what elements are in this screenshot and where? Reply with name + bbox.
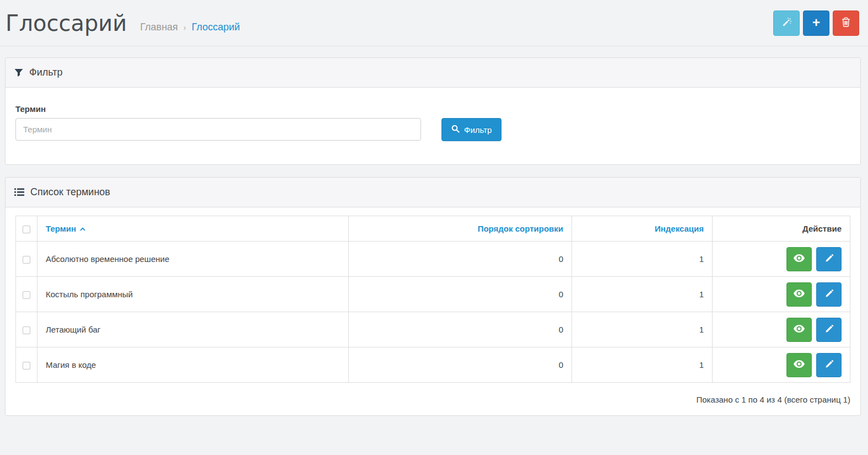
- pencil-icon: [825, 254, 833, 264]
- search-icon: [451, 125, 460, 135]
- content-container: Фильтр Термин Фильтр: [0, 46, 868, 416]
- term-cell: Магия в коде: [37, 347, 349, 383]
- pencil-icon: [825, 360, 833, 370]
- filter-panel: Фильтр Термин Фильтр: [5, 57, 861, 165]
- indexation-cell: 1: [572, 277, 713, 312]
- row-checkbox[interactable]: [23, 291, 30, 299]
- term-cell: Абсолютно временное решение: [37, 242, 349, 277]
- view-button[interactable]: [786, 318, 812, 342]
- terms-list-body: Термин Порядок сортировки: [6, 207, 860, 415]
- table-row: Абсолютно временное решение 0 1: [16, 242, 850, 277]
- breadcrumb-home-link[interactable]: Главная: [140, 22, 178, 33]
- edit-button[interactable]: [816, 247, 842, 271]
- sort-by-term-link[interactable]: Термин: [46, 224, 85, 233]
- column-header-action: Действие: [713, 216, 850, 242]
- pencil-icon: [825, 325, 833, 335]
- filter-panel-title: Фильтр: [29, 67, 62, 78]
- funnel-icon: [14, 68, 23, 77]
- view-button[interactable]: [786, 353, 812, 377]
- sort-order-cell: 0: [349, 242, 572, 277]
- filter-button[interactable]: Фильтр: [441, 118, 502, 141]
- sort-by-order-link[interactable]: Порядок сортировки: [478, 224, 563, 233]
- term-cell: Летающий баг: [37, 312, 349, 347]
- table-header-row: Термин Порядок сортировки: [16, 216, 850, 242]
- column-header-sort-order: Порядок сортировки: [349, 216, 572, 242]
- terms-list-panel: Список терминов Термин: [5, 177, 861, 416]
- eye-icon: [794, 254, 805, 264]
- header-actions: +: [773, 10, 859, 36]
- sort-order-cell: 0: [349, 277, 572, 312]
- edit-button[interactable]: [816, 318, 842, 342]
- select-all-checkbox[interactable]: [23, 226, 30, 233]
- magic-wand-icon: [781, 17, 792, 29]
- pencil-icon: [825, 290, 833, 299]
- autofill-button[interactable]: [773, 10, 800, 36]
- row-checkbox[interactable]: [23, 362, 30, 370]
- view-button[interactable]: [786, 282, 812, 307]
- breadcrumb-separator: ›: [184, 23, 186, 32]
- eye-icon: [794, 325, 805, 334]
- trash-icon: [842, 17, 850, 29]
- sort-by-indexation-link[interactable]: Индексация: [655, 224, 704, 233]
- row-checkbox[interactable]: [23, 256, 30, 264]
- eye-icon: [794, 360, 805, 370]
- table-row: Костыль программный 0 1: [16, 277, 850, 312]
- pagination-status: Показано с 1 по 4 из 4 (всего страниц 1): [15, 395, 850, 404]
- indexation-cell: 1: [572, 242, 713, 277]
- caret-up-icon: [80, 227, 85, 231]
- view-button[interactable]: [786, 247, 812, 271]
- filter-panel-heading: Фильтр: [6, 58, 860, 88]
- column-header-indexation: Индексация: [572, 216, 713, 242]
- indexation-cell: 1: [572, 347, 713, 383]
- add-term-button[interactable]: +: [803, 10, 829, 36]
- plus-icon: +: [812, 16, 820, 29]
- indexation-cell: 1: [572, 312, 713, 347]
- list-icon: [14, 188, 24, 196]
- page-title: Глоссарий: [6, 12, 127, 34]
- sort-order-cell: 0: [349, 347, 572, 383]
- edit-button[interactable]: [816, 353, 842, 377]
- term-cell: Костыль программный: [37, 277, 349, 312]
- terms-list-title: Список терминов: [30, 186, 110, 198]
- breadcrumb: Главная › Глоссарий: [140, 22, 240, 33]
- filter-button-label: Фильтр: [464, 125, 492, 135]
- term-field-label: Термин: [15, 104, 850, 114]
- row-checkbox[interactable]: [23, 326, 30, 334]
- column-header-term: Термин: [37, 216, 349, 242]
- table-row: Летающий баг 0 1: [16, 312, 850, 347]
- header-checkbox-cell: [16, 216, 37, 242]
- breadcrumb-current-link[interactable]: Глоссарий: [192, 22, 240, 33]
- page-header: Глоссарий Главная › Глоссарий +: [0, 0, 868, 46]
- edit-button[interactable]: [816, 282, 842, 307]
- terms-list-heading: Список терминов: [6, 178, 860, 207]
- terms-table: Термин Порядок сортировки: [15, 216, 850, 383]
- term-filter-input[interactable]: [15, 118, 421, 141]
- eye-icon: [794, 290, 805, 299]
- sort-order-cell: 0: [349, 312, 572, 347]
- table-row: Магия в коде 0 1: [16, 347, 850, 383]
- delete-button[interactable]: [833, 10, 859, 36]
- filter-panel-body: Термин Фильтр: [6, 88, 860, 164]
